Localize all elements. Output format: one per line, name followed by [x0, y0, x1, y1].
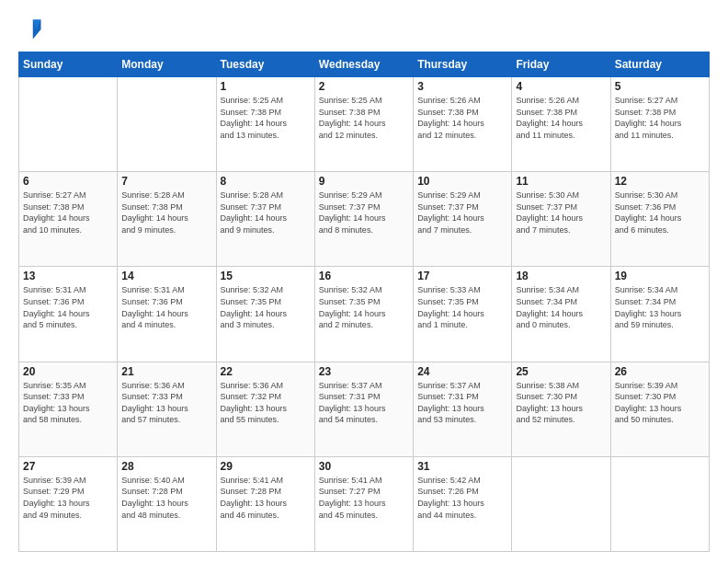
- col-thursday: Thursday: [414, 52, 512, 77]
- day-number: 9: [319, 175, 409, 188]
- col-tuesday: Tuesday: [216, 52, 314, 77]
- calendar-cell: 2Sunrise: 5:25 AM Sunset: 7:38 PM Daylig…: [314, 77, 413, 172]
- calendar-header-row: Sunday Monday Tuesday Wednesday Thursday…: [19, 52, 710, 77]
- calendar-cell: 22Sunrise: 5:36 AM Sunset: 7:32 PM Dayli…: [216, 362, 314, 456]
- calendar-table: Sunday Monday Tuesday Wednesday Thursday…: [18, 52, 710, 552]
- calendar-week-2: 6Sunrise: 5:27 AM Sunset: 7:38 PM Daylig…: [19, 172, 710, 267]
- day-detail: Sunrise: 5:38 AM Sunset: 7:30 PM Dayligh…: [516, 380, 606, 426]
- col-saturday: Saturday: [610, 52, 709, 77]
- calendar-cell: 6Sunrise: 5:27 AM Sunset: 7:38 PM Daylig…: [19, 172, 118, 267]
- day-detail: Sunrise: 5:26 AM Sunset: 7:38 PM Dayligh…: [516, 95, 606, 141]
- calendar-cell: [512, 456, 610, 551]
- day-detail: Sunrise: 5:31 AM Sunset: 7:36 PM Dayligh…: [23, 284, 113, 330]
- calendar-cell: 1Sunrise: 5:25 AM Sunset: 7:38 PM Daylig…: [216, 77, 314, 172]
- page: Sunday Monday Tuesday Wednesday Thursday…: [0, 0, 728, 563]
- calendar-cell: 29Sunrise: 5:41 AM Sunset: 7:28 PM Dayli…: [216, 456, 314, 551]
- day-detail: Sunrise: 5:29 AM Sunset: 7:37 PM Dayligh…: [417, 190, 507, 236]
- col-wednesday: Wednesday: [314, 52, 413, 77]
- day-number: 8: [221, 175, 311, 188]
- day-detail: Sunrise: 5:42 AM Sunset: 7:26 PM Dayligh…: [417, 475, 507, 521]
- calendar-cell: 5Sunrise: 5:27 AM Sunset: 7:38 PM Daylig…: [610, 77, 709, 172]
- calendar-cell: 11Sunrise: 5:30 AM Sunset: 7:37 PM Dayli…: [512, 172, 610, 267]
- day-detail: Sunrise: 5:37 AM Sunset: 7:31 PM Dayligh…: [319, 380, 409, 426]
- day-detail: Sunrise: 5:27 AM Sunset: 7:38 PM Dayligh…: [615, 95, 705, 141]
- calendar-cell: 13Sunrise: 5:31 AM Sunset: 7:36 PM Dayli…: [19, 267, 118, 362]
- day-detail: Sunrise: 5:25 AM Sunset: 7:38 PM Dayligh…: [221, 95, 311, 141]
- day-detail: Sunrise: 5:32 AM Sunset: 7:35 PM Dayligh…: [319, 284, 409, 330]
- header: [18, 17, 710, 42]
- calendar-cell: 16Sunrise: 5:32 AM Sunset: 7:35 PM Dayli…: [314, 267, 413, 362]
- calendar-cell: 24Sunrise: 5:37 AM Sunset: 7:31 PM Dayli…: [414, 362, 512, 456]
- calendar-week-3: 13Sunrise: 5:31 AM Sunset: 7:36 PM Dayli…: [19, 267, 710, 362]
- col-friday: Friday: [512, 52, 610, 77]
- day-detail: Sunrise: 5:37 AM Sunset: 7:31 PM Dayligh…: [417, 380, 507, 426]
- day-number: 16: [319, 270, 409, 282]
- day-detail: Sunrise: 5:41 AM Sunset: 7:27 PM Dayligh…: [319, 475, 409, 521]
- calendar-cell: 21Sunrise: 5:36 AM Sunset: 7:33 PM Dayli…: [118, 362, 216, 456]
- day-detail: Sunrise: 5:30 AM Sunset: 7:36 PM Dayligh…: [615, 190, 705, 236]
- calendar-cell: 23Sunrise: 5:37 AM Sunset: 7:31 PM Dayli…: [314, 362, 413, 456]
- calendar-cell: 25Sunrise: 5:38 AM Sunset: 7:30 PM Dayli…: [512, 362, 610, 456]
- calendar-cell: 18Sunrise: 5:34 AM Sunset: 7:34 PM Dayli…: [512, 267, 610, 362]
- day-number: 5: [615, 80, 705, 93]
- col-monday: Monday: [118, 52, 216, 77]
- calendar-cell: 12Sunrise: 5:30 AM Sunset: 7:36 PM Dayli…: [610, 172, 709, 267]
- day-number: 29: [221, 460, 311, 473]
- day-number: 7: [121, 175, 211, 188]
- day-detail: Sunrise: 5:40 AM Sunset: 7:28 PM Dayligh…: [121, 475, 211, 521]
- calendar-cell: [610, 456, 709, 551]
- day-detail: Sunrise: 5:36 AM Sunset: 7:32 PM Dayligh…: [221, 380, 311, 426]
- calendar-cell: 15Sunrise: 5:32 AM Sunset: 7:35 PM Dayli…: [216, 267, 314, 362]
- day-number: 21: [121, 365, 211, 378]
- day-detail: Sunrise: 5:36 AM Sunset: 7:33 PM Dayligh…: [121, 380, 211, 426]
- day-detail: Sunrise: 5:26 AM Sunset: 7:38 PM Dayligh…: [417, 95, 507, 141]
- calendar-week-5: 27Sunrise: 5:39 AM Sunset: 7:29 PM Dayli…: [19, 456, 710, 551]
- day-number: 22: [221, 365, 311, 378]
- day-detail: Sunrise: 5:25 AM Sunset: 7:38 PM Dayligh…: [319, 95, 409, 141]
- day-detail: Sunrise: 5:39 AM Sunset: 7:30 PM Dayligh…: [615, 380, 705, 426]
- day-number: 4: [516, 80, 606, 93]
- day-detail: Sunrise: 5:27 AM Sunset: 7:38 PM Dayligh…: [23, 190, 113, 236]
- logo-icon: [18, 17, 44, 42]
- day-number: 30: [319, 460, 409, 473]
- day-number: 15: [221, 270, 311, 282]
- day-number: 10: [417, 175, 507, 188]
- calendar-cell: 4Sunrise: 5:26 AM Sunset: 7:38 PM Daylig…: [512, 77, 610, 172]
- day-number: 6: [23, 175, 113, 188]
- day-detail: Sunrise: 5:28 AM Sunset: 7:37 PM Dayligh…: [221, 190, 311, 236]
- day-number: 1: [221, 80, 311, 93]
- day-detail: Sunrise: 5:33 AM Sunset: 7:35 PM Dayligh…: [417, 284, 507, 330]
- day-number: 25: [516, 365, 606, 378]
- calendar-cell: 14Sunrise: 5:31 AM Sunset: 7:36 PM Dayli…: [118, 267, 216, 362]
- calendar-cell: [118, 77, 216, 172]
- day-number: 14: [121, 270, 211, 282]
- calendar-cell: 30Sunrise: 5:41 AM Sunset: 7:27 PM Dayli…: [314, 456, 413, 551]
- day-number: 28: [121, 460, 211, 473]
- calendar-cell: 3Sunrise: 5:26 AM Sunset: 7:38 PM Daylig…: [414, 77, 512, 172]
- day-number: 20: [23, 365, 113, 378]
- day-number: 31: [417, 460, 507, 473]
- day-detail: Sunrise: 5:39 AM Sunset: 7:29 PM Dayligh…: [23, 475, 113, 521]
- day-detail: Sunrise: 5:41 AM Sunset: 7:28 PM Dayligh…: [221, 475, 311, 521]
- calendar-cell: 8Sunrise: 5:28 AM Sunset: 7:37 PM Daylig…: [216, 172, 314, 267]
- calendar-week-1: 1Sunrise: 5:25 AM Sunset: 7:38 PM Daylig…: [19, 77, 710, 172]
- day-number: 18: [516, 270, 606, 282]
- calendar-cell: 26Sunrise: 5:39 AM Sunset: 7:30 PM Dayli…: [610, 362, 709, 456]
- day-number: 17: [417, 270, 507, 282]
- day-detail: Sunrise: 5:30 AM Sunset: 7:37 PM Dayligh…: [516, 190, 606, 236]
- day-number: 13: [23, 270, 113, 282]
- calendar-cell: 28Sunrise: 5:40 AM Sunset: 7:28 PM Dayli…: [118, 456, 216, 551]
- day-detail: Sunrise: 5:32 AM Sunset: 7:35 PM Dayligh…: [221, 284, 311, 330]
- day-detail: Sunrise: 5:34 AM Sunset: 7:34 PM Dayligh…: [615, 284, 705, 330]
- calendar-cell: 17Sunrise: 5:33 AM Sunset: 7:35 PM Dayli…: [414, 267, 512, 362]
- day-detail: Sunrise: 5:35 AM Sunset: 7:33 PM Dayligh…: [23, 380, 113, 426]
- calendar-cell: 19Sunrise: 5:34 AM Sunset: 7:34 PM Dayli…: [610, 267, 709, 362]
- day-detail: Sunrise: 5:28 AM Sunset: 7:38 PM Dayligh…: [121, 190, 211, 236]
- calendar-cell: 9Sunrise: 5:29 AM Sunset: 7:37 PM Daylig…: [314, 172, 413, 267]
- logo: [18, 17, 48, 42]
- calendar-cell: 31Sunrise: 5:42 AM Sunset: 7:26 PM Dayli…: [414, 456, 512, 551]
- day-number: 2: [319, 80, 409, 93]
- day-number: 23: [319, 365, 409, 378]
- day-number: 19: [615, 270, 705, 282]
- day-number: 24: [417, 365, 507, 378]
